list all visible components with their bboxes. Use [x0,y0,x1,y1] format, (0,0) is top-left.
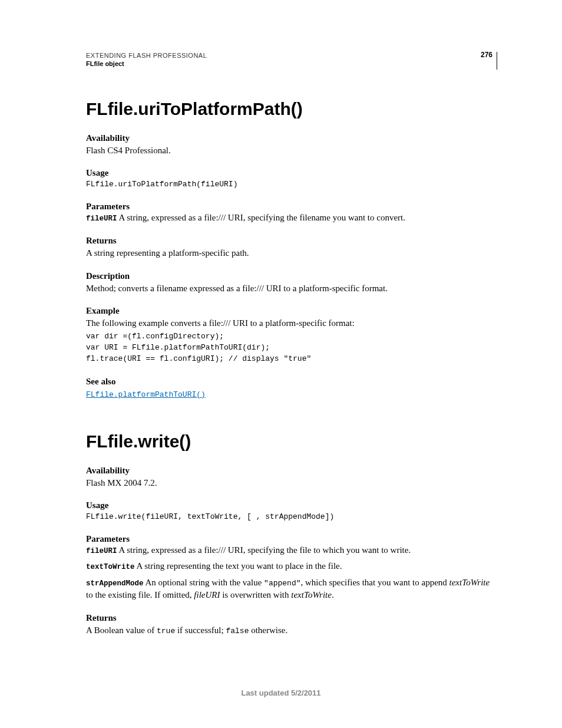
inline-code-append: "append" [264,579,300,588]
header-subtitle: FLfile object [86,60,497,67]
inline-code-false: false [226,627,249,635]
page-number: 276 [481,51,492,59]
returns-heading-2: Returns [86,613,497,623]
param-desc: A string, expressed as a file:/// URI, s… [117,213,405,222]
param-fileuri: fileURI A string, expressed as a file://… [86,212,497,225]
usage-heading: Usage [86,168,497,178]
usage-code: FLfile.uriToPlatformPath(fileURI) [86,179,497,190]
returns-heading: Returns [86,236,497,246]
description-heading: Description [86,271,497,281]
param-desc-mid: , which specifies that you want to appen… [301,578,449,587]
availability-heading-2: Availability [86,466,497,476]
param-name: textToWrite [86,563,135,571]
footer-updated: Last updated 5/2/2011 [0,689,562,697]
returns-text-2: A Boolean value of true if successful; f… [86,624,497,637]
seealso-link[interactable]: FLfile.platformPathToURI() [86,390,206,399]
parameters-heading-2: Parameters [86,534,497,544]
italic-fileuri: fileURI [194,590,220,599]
inline-code-true: true [157,627,175,635]
parameters-heading: Parameters [86,202,497,212]
param-name: strAppendMode [86,579,144,588]
page: EXTENDING FLASH PROFESSIONAL FLfile obje… [0,0,562,728]
italic-texttowrite-2: textToWrite [291,590,332,599]
param-name: fileURI [86,215,117,223]
usage-heading-2: Usage [86,500,497,510]
header-title: EXTENDING FLASH PROFESSIONAL [86,52,497,59]
usage-code-2: FLfile.write(fileURI, textToWrite, [ , s… [86,512,497,522]
param-desc-post: to the existing file. If omitted, [86,590,194,599]
param-desc-pre: An optional string with the value [144,578,265,587]
param-strappendmode: strAppendMode An optional string with th… [86,577,497,602]
param-desc-end: . [332,590,334,599]
param-fileuri-2: fileURI A string, expressed as a file://… [86,544,497,557]
param-desc: A string, expressed as a file:/// URI, s… [117,545,411,555]
param-texttowrite: textToWrite A string representing the te… [86,560,497,573]
ret-pre: A Boolean value of [86,625,157,635]
availability-heading: Availability [86,133,497,143]
header-rule [497,52,497,70]
example-intro: The following example converts a file://… [86,317,497,329]
example-code: var dir =(fl.configDirectory); var URI =… [86,331,497,365]
seealso-heading: See also [86,377,497,387]
ret-mid: if successful; [175,625,226,635]
param-desc: A string representing the text you want … [135,561,342,571]
example-heading: Example [86,306,497,316]
section-title-write: FLfile.write() [86,431,497,452]
section-title-uritoplatformpath: FLfile.uriToPlatformPath() [86,99,497,119]
param-desc-post2: is overwritten with [220,590,291,599]
italic-texttowrite: textToWrite [449,578,490,587]
availability-text: Flash CS4 Professional. [86,144,497,156]
ret-post: otherwise. [249,625,287,635]
returns-text: A string representing a platform-specifi… [86,247,497,259]
param-name: fileURI [86,547,117,555]
availability-text-2: Flash MX 2004 7.2. [86,477,497,489]
description-text: Method; converts a filename expressed as… [86,282,497,294]
